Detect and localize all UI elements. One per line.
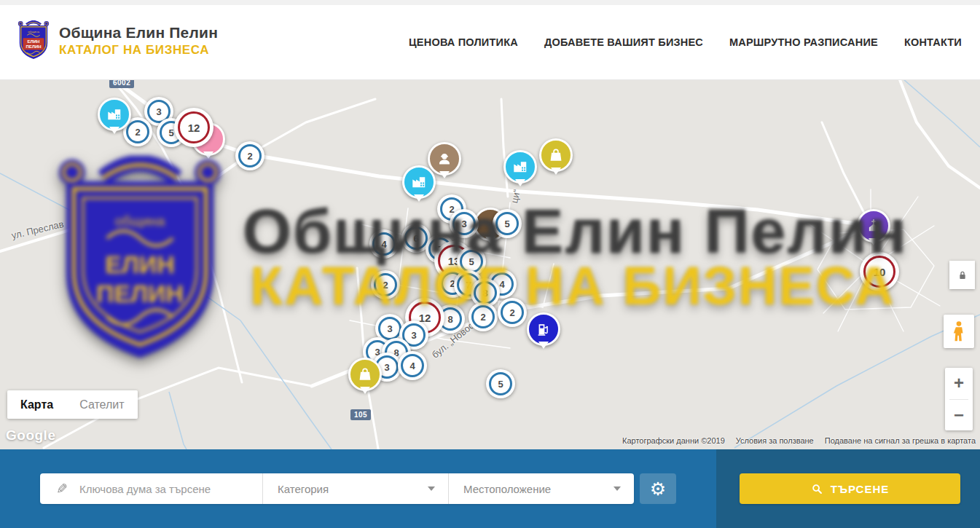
pin-category-icon <box>548 147 564 163</box>
pin-category-icon <box>512 159 528 175</box>
search-submit-panel: ТЪРСЕНЕ <box>716 449 980 528</box>
chevron-down-icon <box>614 486 621 491</box>
search-input[interactable] <box>78 482 262 496</box>
road-badge: 105 <box>350 409 371 420</box>
map-marker-cluster[interactable]: 2 <box>371 270 400 299</box>
map-attribution: Картографски данни ©2019Условия за ползв… <box>622 436 976 445</box>
cluster-count: 2 <box>247 151 252 162</box>
map-type-control: Карта Сателит <box>7 390 138 419</box>
cluster-count: 6 <box>413 233 418 244</box>
road-badge: 6002 <box>109 80 134 88</box>
map-marker-pin[interactable] <box>527 312 560 346</box>
map-marker-cluster[interactable]: 5 <box>493 209 522 238</box>
cluster-count: 2 <box>383 280 388 291</box>
cluster-count: 4 <box>499 279 504 290</box>
category-select[interactable]: Категория <box>262 473 448 504</box>
cluster-count: 2 <box>135 127 140 138</box>
lock-icon <box>957 269 968 282</box>
map-canvas[interactable]: 6002105 ул. Преславбул. „Новоселци“ <box>0 80 980 449</box>
pin-category-icon <box>436 151 452 167</box>
cluster-count: 2 <box>509 307 514 318</box>
advanced-settings-button[interactable]: ⚙ <box>640 473 676 504</box>
zoom-out-button[interactable]: − <box>945 400 973 431</box>
attribution-item[interactable]: Условия за ползване <box>736 436 814 445</box>
map-marker-cluster[interactable]: 10 <box>860 252 899 291</box>
map-marker-cluster[interactable]: 5 <box>486 369 515 398</box>
cluster-count: 2 <box>480 312 485 323</box>
keyword-field: ✎ <box>40 473 262 504</box>
zoom-control: + − <box>945 368 973 430</box>
map-marker-pin[interactable] <box>402 165 436 199</box>
map-marker-cluster[interactable]: 4 <box>369 229 399 259</box>
pin-category-icon <box>106 106 122 122</box>
cluster-count: 8 <box>482 288 487 299</box>
pegman-icon <box>952 320 966 342</box>
main-nav: ЦЕНОВА ПОЛИТИКАДОБАВЕТЕ ВАШИЯТ БИЗНЕСМАР… <box>409 5 962 79</box>
cluster-count: 8 <box>447 314 452 325</box>
map-marker-pin[interactable] <box>428 142 461 176</box>
nav-item[interactable]: КОНТАКТИ <box>904 36 962 48</box>
pin-category-icon <box>411 174 427 190</box>
pin-category-icon <box>357 366 373 382</box>
nav-item[interactable]: ЦЕНОВА ПОЛИТИКА <box>409 36 518 48</box>
location-select[interactable]: Местоположение <box>448 473 634 504</box>
map-marker-cluster[interactable]: 2 <box>498 298 527 327</box>
cluster-count: 5 <box>469 256 474 267</box>
site-title: Община Елин Пелин <box>59 24 218 42</box>
search-button-label: ТЪРСЕНЕ <box>831 483 890 495</box>
site-subtitle: КАТАЛОГ НА БИЗНЕСА <box>59 43 218 58</box>
app-header: община ЕЛИН ПЕЛИН Община Елин Пелин КАТА… <box>0 0 980 80</box>
map-type-satellite-button[interactable]: Сателит <box>66 390 137 419</box>
search-box: ✎ Категория Местоположение <box>40 473 634 504</box>
map-marker-pin[interactable] <box>539 138 573 172</box>
cluster-count: 3 <box>461 218 466 229</box>
gear-icon: ⚙ <box>650 480 666 498</box>
cluster-count: 3 <box>384 362 389 373</box>
search-button[interactable]: ТЪРСЕНЕ <box>740 473 960 504</box>
pencil-icon: ✎ <box>56 481 68 497</box>
map-marker-cluster[interactable]: 2 <box>235 141 264 170</box>
nav-item[interactable]: МАРШРУТНО РАЗПИСАНИЕ <box>729 36 878 48</box>
municipality-crest-icon: община ЕЛИН ПЕЛИН <box>16 20 51 61</box>
cluster-count: 10 <box>874 266 886 278</box>
map-marker-pin[interactable] <box>98 98 131 131</box>
map-marker-cluster[interactable]: 12 <box>174 108 213 147</box>
map-marker-cluster[interactable]: 4 <box>398 351 427 380</box>
cluster-count: 5 <box>504 218 509 229</box>
location-value: Местоположение <box>463 483 551 495</box>
pegman-button[interactable] <box>944 315 974 348</box>
map-type-map-button[interactable]: Карта <box>7 390 66 419</box>
search-bar: ✎ Категория Местоположение ⚙ ТЪРСЕНЕ <box>0 449 980 528</box>
google-logo[interactable]: Google <box>6 427 55 444</box>
search-icon <box>811 483 823 495</box>
zoom-in-button[interactable]: + <box>945 368 973 399</box>
pin-category-icon <box>866 218 882 234</box>
nav-item[interactable]: ДОБАВЕТЕ ВАШИЯТ БИЗНЕС <box>544 36 703 48</box>
cluster-count: 4 <box>409 360 415 371</box>
cluster-count: 12 <box>188 122 200 134</box>
cluster-count: 3 <box>411 330 416 341</box>
chevron-down-icon <box>428 486 435 491</box>
site-logo[interactable]: община ЕЛИН ПЕЛИН Община Елин Пелин КАТА… <box>16 20 218 61</box>
streetview-lock-button[interactable] <box>949 261 975 289</box>
attribution-item: Картографски данни ©2019 <box>622 436 725 445</box>
attribution-item[interactable]: Подаване на сигнал за грешка в картата <box>825 436 976 445</box>
map-marker-cluster[interactable]: 3 <box>450 209 479 238</box>
map-marker-pin[interactable] <box>503 150 537 184</box>
cluster-count: 5 <box>498 379 503 390</box>
cluster-count: 5 <box>168 127 173 138</box>
category-value: Категория <box>278 483 329 495</box>
map-marker-pin[interactable] <box>348 358 382 391</box>
svg-text:ПЕЛИН: ПЕЛИН <box>26 44 41 49</box>
map-marker-cluster[interactable]: 2 <box>469 302 498 331</box>
svg-text:ЕЛИН: ЕЛИН <box>28 39 40 44</box>
map-marker-pin[interactable] <box>857 209 890 243</box>
cluster-count: 7 <box>466 280 471 291</box>
cluster-count: 4 <box>381 239 386 250</box>
svg-text:община: община <box>28 30 39 34</box>
pin-category-icon <box>536 321 552 337</box>
cluster-count: 3 <box>387 323 392 334</box>
cluster-count: 3 <box>156 106 161 117</box>
